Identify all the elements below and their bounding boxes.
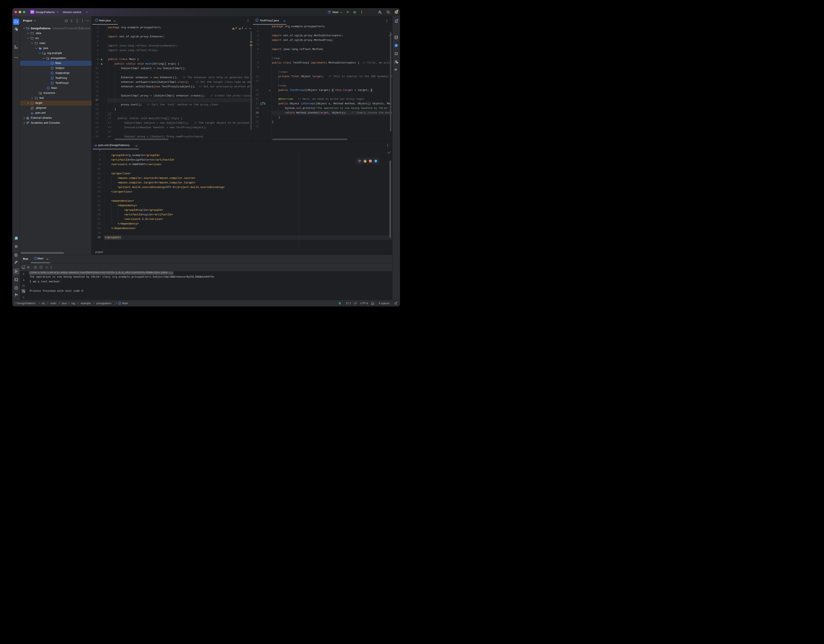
svg-text:C: C	[51, 72, 53, 74]
svg-text:C: C	[51, 62, 53, 64]
svg-text:C: C	[48, 87, 49, 89]
svg-text:C: C	[51, 82, 53, 84]
svg-text:C: C	[51, 77, 53, 79]
svg-text:C: C	[119, 302, 120, 304]
svg-text:?: ?	[16, 29, 17, 31]
svg-text:I: I	[261, 103, 262, 105]
svg-text:I: I	[52, 67, 52, 69]
svg-text:C: C	[256, 19, 258, 21]
svg-text:C: C	[96, 19, 98, 21]
svg-text:IJ: IJ	[359, 161, 360, 162]
